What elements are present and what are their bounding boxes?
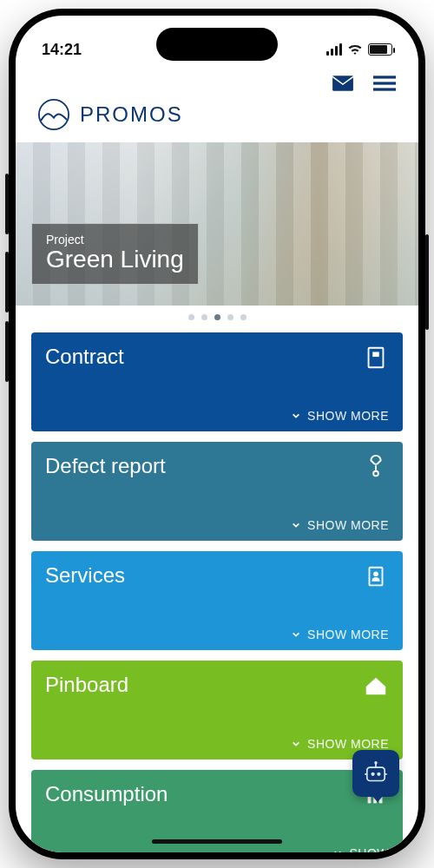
brand-row: PROMOS <box>16 92 418 142</box>
brand-name: PROMOS <box>80 102 183 127</box>
svg-rect-2 <box>373 82 396 84</box>
show-more-label: SHOW MORE <box>307 628 389 641</box>
show-more-label: SHOW MORE <box>307 518 389 532</box>
svg-rect-14 <box>367 767 385 780</box>
svg-rect-10 <box>368 797 372 804</box>
home-icon <box>363 673 389 699</box>
svg-point-16 <box>377 773 380 776</box>
chevron-down-icon <box>292 740 300 748</box>
carousel-dot[interactable] <box>240 314 247 320</box>
carousel-dot[interactable] <box>188 314 194 320</box>
carousel-dot[interactable] <box>201 314 207 320</box>
phone-frame: 14:21 <box>9 9 425 859</box>
card-pinboard[interactable]: PinboardSHOW MORE <box>31 661 403 760</box>
svg-point-4 <box>39 100 69 129</box>
svg-point-18 <box>374 761 377 764</box>
card-title: Contract <box>45 345 124 369</box>
chevron-down-icon <box>333 849 342 852</box>
card-defect[interactable]: Defect reportSHOW MORE <box>31 442 403 541</box>
svg-rect-1 <box>373 76 396 78</box>
carousel-dot[interactable] <box>227 314 233 320</box>
card-title: Defect report <box>45 454 166 478</box>
chevron-down-icon <box>292 521 300 529</box>
svg-point-9 <box>373 571 378 576</box>
card-show-more[interactable]: SHOW MORE <box>45 628 389 641</box>
wrench-icon <box>363 454 389 480</box>
show-more-label: SHOW MORE <box>307 737 389 751</box>
card-show-more[interactable]: SHOW MORE <box>45 409 389 423</box>
carousel-dot[interactable] <box>214 314 220 320</box>
card-show-more[interactable]: SHOW <box>45 846 389 852</box>
show-more-label: SHOW <box>349 846 389 852</box>
svg-rect-6 <box>372 352 379 357</box>
hero-caption-small: Project <box>46 233 184 247</box>
wifi-icon <box>347 43 363 56</box>
card-show-more[interactable]: SHOW MORE <box>45 737 389 751</box>
card-title: Consumption <box>45 782 168 806</box>
show-more-label: SHOW MORE <box>307 409 389 423</box>
carousel-dots[interactable] <box>16 306 418 332</box>
battery-icon <box>368 43 392 56</box>
cellular-signal-icon <box>326 43 342 56</box>
hero-caption-big: Green Living <box>46 247 184 273</box>
hamburger-menu-icon[interactable] <box>373 75 396 92</box>
chevron-down-icon <box>292 630 300 639</box>
document-icon <box>363 345 389 371</box>
svg-point-7 <box>373 471 378 477</box>
card-services[interactable]: ServicesSHOW MORE <box>31 551 403 650</box>
svg-rect-0 <box>332 76 353 90</box>
mail-icon[interactable] <box>332 75 354 92</box>
brand-logo-icon <box>38 99 69 130</box>
card-title: Pinboard <box>45 673 128 697</box>
svg-rect-3 <box>373 88 396 90</box>
card-contract[interactable]: ContractSHOW MORE <box>31 332 403 431</box>
card-show-more[interactable]: SHOW MORE <box>45 518 389 532</box>
hero-caption: Project Green Living <box>31 223 199 285</box>
contacts-icon <box>363 563 389 589</box>
status-indicators <box>326 43 392 56</box>
card-title: Services <box>45 563 125 588</box>
chevron-down-icon <box>292 411 300 420</box>
status-time: 14:21 <box>42 41 82 59</box>
hero-carousel[interactable]: Project Green Living <box>16 142 418 306</box>
svg-rect-5 <box>369 348 384 368</box>
chatbot-icon <box>361 759 391 788</box>
home-indicator[interactable] <box>152 839 282 844</box>
top-toolbar <box>16 69 418 92</box>
svg-point-15 <box>371 773 374 776</box>
chatbot-button[interactable] <box>352 750 399 797</box>
phone-screen: 14:21 <box>16 16 418 852</box>
dynamic-island <box>156 28 278 61</box>
